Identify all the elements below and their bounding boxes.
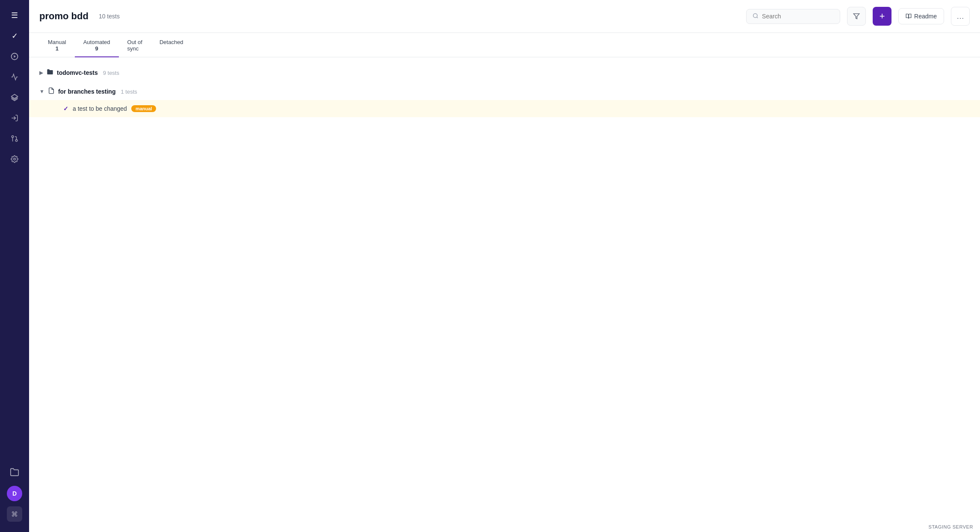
- layers-icon[interactable]: [6, 89, 23, 106]
- group-count-todomvc: 9 tests: [103, 70, 119, 76]
- test-check-icon: ✓: [63, 105, 68, 112]
- menu-icon[interactable]: ☰: [6, 7, 23, 24]
- search-input[interactable]: [762, 13, 834, 20]
- svg-point-8: [753, 13, 757, 17]
- svg-point-5: [12, 136, 14, 138]
- check-icon[interactable]: ✓: [6, 27, 23, 44]
- report-icon[interactable]: [6, 68, 23, 86]
- status-label: STAGING SERVER: [929, 524, 973, 529]
- svg-marker-10: [853, 14, 859, 19]
- filter-button[interactable]: [847, 7, 866, 26]
- group-branches: ▼ for branches testing 1 tests ✓ a test …: [29, 83, 980, 117]
- readme-button[interactable]: Readme: [898, 8, 944, 24]
- svg-line-9: [757, 17, 758, 18]
- group-header-todomvc[interactable]: ▶ todomvc-tests 9 tests: [29, 64, 980, 81]
- test-item[interactable]: ✓ a test to be changed manual: [29, 100, 980, 117]
- tab-automated[interactable]: Automated 9: [75, 33, 119, 57]
- status-bar: STAGING SERVER: [922, 522, 980, 532]
- readme-label: Readme: [914, 13, 937, 20]
- avatar[interactable]: D: [7, 486, 22, 501]
- tab-detached[interactable]: Detached: [151, 33, 192, 57]
- folder-icon: [47, 68, 53, 77]
- group-header-branches[interactable]: ▼ for branches testing 1 tests: [29, 83, 980, 100]
- chevron-right-icon: ▶: [39, 70, 43, 76]
- main-content: promo bdd 10 tests + Readme … Manual 1 A…: [29, 0, 980, 532]
- sidebar: ☰ ✓ D ⌘: [0, 0, 29, 532]
- tabs-bar: Manual 1 Automated 9 Out ofsync Detached: [29, 33, 980, 57]
- group-todomvc: ▶ todomvc-tests 9 tests: [29, 64, 980, 81]
- add-button[interactable]: +: [873, 7, 891, 26]
- svg-marker-1: [14, 55, 16, 58]
- tab-out-of-sync[interactable]: Out ofsync: [119, 33, 151, 57]
- svg-point-4: [15, 139, 18, 142]
- group-name-branches: for branches testing: [58, 88, 116, 95]
- git-icon[interactable]: [6, 130, 23, 147]
- more-button[interactable]: …: [951, 7, 970, 26]
- search-icon: [753, 13, 759, 20]
- login-icon[interactable]: [6, 109, 23, 127]
- chevron-down-icon: ▼: [39, 89, 44, 95]
- play-icon[interactable]: [6, 48, 23, 65]
- tab-manual[interactable]: Manual 1: [39, 33, 75, 57]
- folders-icon[interactable]: [6, 464, 23, 481]
- settings-icon[interactable]: [6, 151, 23, 168]
- doc-icon: [48, 87, 55, 96]
- keyboard-shortcut-icon[interactable]: ⌘: [7, 506, 22, 522]
- header: promo bdd 10 tests + Readme …: [29, 0, 980, 33]
- manual-badge: manual: [131, 105, 156, 112]
- svg-point-7: [14, 158, 16, 160]
- group-name-todomvc: todomvc-tests: [57, 69, 98, 76]
- page-title: promo bdd: [39, 11, 89, 22]
- test-name: a test to be changed: [73, 105, 127, 112]
- group-count-branches: 1 tests: [121, 89, 137, 95]
- content-area: ▶ todomvc-tests 9 tests ▼ for branches t…: [29, 57, 980, 532]
- test-count: 10 tests: [99, 13, 120, 20]
- search-box[interactable]: [746, 9, 840, 24]
